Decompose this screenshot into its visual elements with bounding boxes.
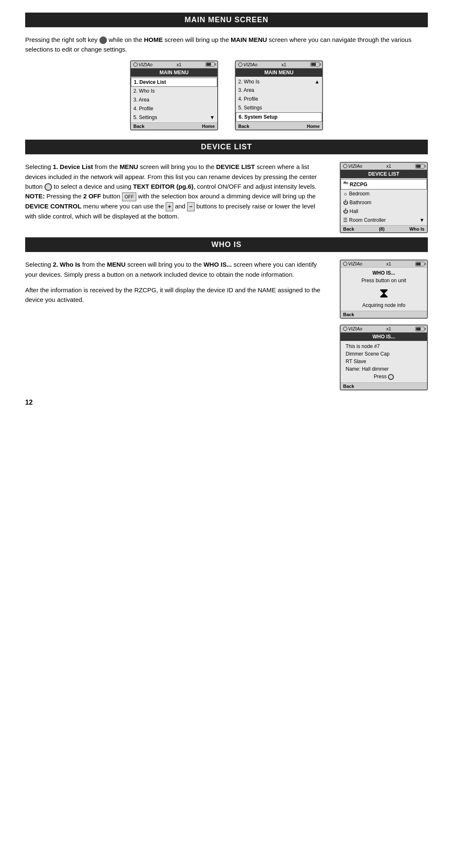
list-item: ☰ Room Controller▼ (341, 216, 427, 225)
center-button-icon-wi (388, 374, 394, 380)
device-list-text: Selecting 1. Device List from the MENU s… (25, 162, 327, 227)
middle-label-dl: (8) (379, 226, 384, 231)
who-is-header: WHO IS (25, 237, 428, 252)
device-screen-top-bar: VIZIAo x1 (341, 163, 427, 170)
hourglass-icon: ⧗ (343, 285, 424, 301)
list-item: RT Slave (343, 358, 424, 365)
device-list-screen-body: Rc RZCPG ☼ Bedroom ⏻ Bathroom ⏻ Hall ☰ R… (341, 178, 427, 225)
brand-logo-1: VIZIAo (133, 62, 153, 67)
battery-wi2 (415, 327, 424, 331)
screen2-menu-title: MAIN MENU (236, 68, 322, 77)
signal-wi1: x1 (386, 261, 391, 266)
home-label-1: Home (202, 124, 215, 129)
whois1-line1: Press button on unit (343, 278, 424, 283)
list-item: Press (343, 373, 424, 381)
main-menu-screens: VIZIAo x1 MAIN MENU 1. Device List 2. Wh… (25, 60, 428, 131)
right-label-dl: Who Is (409, 226, 424, 231)
whois1-bottom-bar: Back (341, 311, 427, 318)
screen1-top-bar: VIZIAo x1 (131, 61, 217, 68)
whois2-top-bar: VIZIAo x1 (341, 325, 427, 333)
list-item: 5. Settings (236, 104, 322, 112)
whois1-title: WHO IS... (343, 270, 424, 276)
list-item: Rc RZCPG (341, 179, 427, 190)
list-item: 4. Profile (131, 104, 217, 113)
main-menu-intro: Pressing the right soft key while on the… (25, 35, 428, 55)
soft-key-icon (99, 36, 107, 44)
list-item: ⏻ Bathroom (341, 198, 427, 207)
battery-2 (310, 62, 320, 67)
main-menu-section: MAIN MENU SCREEN Pressing the right soft… (25, 13, 428, 130)
who-is-section: WHO IS Selecting 2. Who Is from the MENU… (25, 237, 428, 390)
who-is-screens: VIZIAo x1 WHO IS... Press button on unit… (340, 260, 428, 390)
list-item: 2. Who Is (131, 87, 217, 96)
list-item: 1. Device List (131, 78, 217, 87)
page-number: 12 (25, 399, 428, 406)
brand-logo-dl: VIZIAo (343, 164, 362, 169)
list-item: This is node #7 (343, 343, 424, 350)
whois1-content: WHO IS... Press button on unit ⧗ Acquiri… (341, 268, 427, 311)
back-label-dl: Back (343, 226, 354, 231)
list-item: Dimmer Scene Cap (343, 350, 424, 358)
whois2-title: WHO IS... (341, 333, 427, 341)
brand-logo-wi1: VIZIAo (343, 261, 362, 266)
list-item: Name: Hall dimmer (343, 365, 424, 373)
off-button-icon: OFF (122, 192, 136, 201)
screen2-bottom-bar: Back Home (236, 122, 322, 130)
main-menu-header: MAIN MENU SCREEN (25, 13, 428, 27)
back-label-1: Back (133, 124, 144, 129)
whois1-top-bar: VIZIAo x1 (341, 260, 427, 268)
screen2-top-bar: VIZIAo x1 (236, 61, 322, 68)
who-is-screen-2: VIZIAo x1 WHO IS... This is node #7 Dimm… (340, 325, 428, 390)
signal-dl: x1 (386, 164, 391, 169)
whois2-body: This is node #7 Dimmer Scene Cap RT Slav… (341, 341, 427, 382)
device-list-bottom-bar: Back (8) Who Is (341, 225, 427, 232)
back-label-wi1: Back (343, 312, 354, 317)
list-item: ⏻ Hall (341, 207, 427, 216)
who-is-screen-1: VIZIAo x1 WHO IS... Press button on unit… (340, 260, 428, 319)
plus-icon: + (166, 202, 173, 211)
list-item: 2. Who Is▲ (236, 78, 322, 86)
device-list-screen-title: DEVICE LIST (341, 170, 427, 178)
whois1-line2: Acquiring node info (343, 302, 424, 308)
list-item: ☼ Bedroom (341, 190, 427, 198)
signal-1: x1 (177, 62, 182, 67)
who-is-body: Selecting 2. Who Is from the MENU screen… (25, 260, 428, 390)
signal-2: x1 (281, 62, 286, 67)
center-button-icon (44, 183, 52, 191)
back-label-wi2: Back (343, 384, 354, 389)
device-list-section: DEVICE LIST Selecting 1. Device List fro… (25, 140, 428, 233)
who-is-text: Selecting 2. Who Is from the MENU screen… (25, 260, 327, 310)
device-list-header: DEVICE LIST (25, 140, 428, 154)
list-item: 5. Settings▼ (131, 113, 217, 122)
screen1-body: 1. Device List 2. Who Is 3. Area 4. Prof… (131, 77, 217, 123)
minus-icon: − (187, 202, 195, 211)
back-label-2: Back (238, 124, 249, 129)
battery-dl (415, 164, 424, 169)
device-list-screen: VIZIAo x1 DEVICE LIST Rc RZCPG ☼ Bedroom… (340, 162, 428, 233)
signal-wi2: x1 (386, 326, 391, 331)
brand-logo-2: VIZIAo (238, 62, 258, 67)
main-menu-screen-1: VIZIAo x1 MAIN MENU 1. Device List 2. Wh… (130, 60, 218, 131)
brand-logo-wi2: VIZIAo (343, 326, 362, 331)
screen1-menu-title: MAIN MENU (131, 68, 217, 77)
list-item: 3. Area (236, 86, 322, 95)
home-label-2: Home (307, 124, 320, 129)
list-item: 3. Area (131, 96, 217, 104)
screen1-bottom-bar: Back Home (131, 122, 217, 130)
screen2-body: 2. Who Is▲ 3. Area 4. Profile 5. Setting… (236, 77, 322, 123)
list-item: 6. System Setup (236, 112, 322, 122)
main-menu-screen-2: VIZIAo x1 MAIN MENU 2. Who Is▲ 3. Area 4… (235, 60, 323, 131)
battery-wi1 (415, 262, 424, 266)
battery-1 (206, 62, 215, 67)
device-list-body: Selecting 1. Device List from the MENU s… (25, 162, 428, 233)
whois2-bottom-bar: Back (341, 382, 427, 390)
list-item: 4. Profile (236, 95, 322, 104)
